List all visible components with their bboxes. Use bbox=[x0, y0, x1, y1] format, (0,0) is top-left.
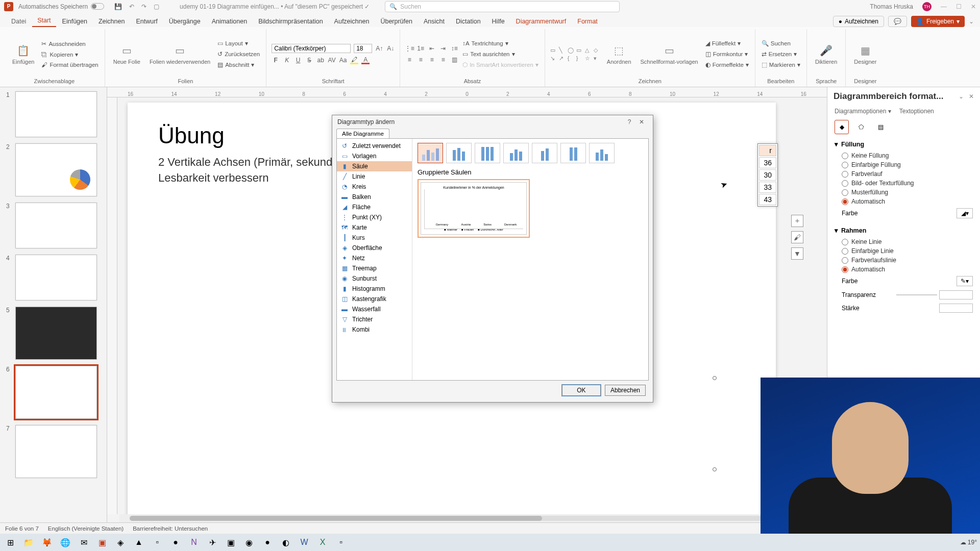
tab-zeichnen[interactable]: Zeichnen bbox=[93, 16, 130, 27]
tab-entwurf[interactable]: Entwurf bbox=[131, 16, 162, 27]
case-icon[interactable]: Aa bbox=[339, 56, 347, 64]
comments-button[interactable]: 💬 bbox=[888, 16, 907, 27]
tab-ueberpruefen[interactable]: Überprüfen bbox=[375, 16, 418, 27]
user-avatar[interactable]: TH bbox=[922, 2, 932, 11]
fill-solid[interactable]: Einfarbige Füllung bbox=[835, 160, 973, 169]
subtype-100stacked[interactable] bbox=[475, 143, 500, 163]
justify-icon[interactable]: ≡ bbox=[439, 56, 447, 64]
dialog-close-icon[interactable]: ✕ bbox=[635, 118, 648, 126]
app-icon-7[interactable]: ● bbox=[260, 535, 275, 549]
app-icon-4[interactable]: ● bbox=[168, 535, 183, 549]
smartart-button[interactable]: ⬡ In SmartArt konvertieren ▾ bbox=[461, 60, 540, 69]
cut-button[interactable]: ✂ Ausschneiden bbox=[40, 39, 99, 48]
present-icon[interactable]: ▢ bbox=[154, 3, 159, 10]
bold-icon[interactable]: F bbox=[272, 56, 280, 64]
chart-data-table[interactable]: r 36 30 33 43 bbox=[757, 143, 778, 207]
new-slide-button[interactable]: ▭Neue Folie bbox=[110, 41, 143, 67]
firefox-icon[interactable]: 🦊 bbox=[40, 535, 54, 549]
thumbnail-3[interactable] bbox=[15, 203, 97, 248]
line-none[interactable]: Keine Linie bbox=[835, 237, 973, 246]
chart-options-tab[interactable]: Diagrammoptionen ▾ bbox=[835, 108, 891, 115]
shadow-icon[interactable]: ab bbox=[316, 56, 325, 64]
app-icon-8[interactable]: ◐ bbox=[279, 535, 293, 549]
app-icon-9[interactable]: ▫ bbox=[334, 535, 348, 549]
subtype-clustered[interactable] bbox=[418, 143, 443, 163]
font-select[interactable] bbox=[272, 44, 351, 53]
telegram-icon[interactable]: ✈ bbox=[205, 535, 219, 549]
chart-styles-icon[interactable]: 🖌 bbox=[791, 231, 803, 243]
text-direction-button[interactable]: ↕A Textrichtung ▾ bbox=[461, 39, 540, 48]
section-button[interactable]: ▤ Abschnitt ▾ bbox=[216, 60, 261, 69]
underline-icon[interactable]: U bbox=[294, 56, 302, 64]
app-icon-3[interactable]: ▫ bbox=[150, 535, 164, 549]
word-icon[interactable]: W bbox=[297, 535, 311, 549]
reuse-slides-button[interactable]: ▭Folien wiederverwenden bbox=[146, 41, 213, 67]
font-size-input[interactable] bbox=[354, 44, 372, 53]
columns-icon[interactable]: ▥ bbox=[450, 56, 458, 64]
italic-icon[interactable]: K bbox=[283, 56, 291, 64]
copy-button[interactable]: ⿻ Kopieren ▾ bbox=[40, 50, 99, 59]
record-button[interactable]: ● Aufzeichnen bbox=[833, 16, 884, 27]
tab-start[interactable]: Start bbox=[32, 15, 56, 27]
type-recent[interactable]: ↺Zuletzt verwendet bbox=[337, 141, 412, 151]
type-funnel[interactable]: ▽Trichter bbox=[337, 314, 412, 324]
highlight-icon[interactable]: 🖍 bbox=[350, 56, 358, 64]
type-xy[interactable]: ⋮Punkt (XY) bbox=[337, 212, 412, 222]
weather-icon[interactable]: ☁ 19° bbox=[960, 539, 977, 546]
type-box[interactable]: ◫Kastengrafik bbox=[337, 294, 412, 304]
type-bar[interactable]: ▬Balken bbox=[337, 192, 412, 202]
tab-ansicht[interactable]: Ansicht bbox=[419, 16, 450, 27]
chart-filter-icon[interactable]: ▼ bbox=[791, 247, 803, 260]
type-pie[interactable]: ◔Kreis bbox=[337, 182, 412, 192]
save-icon[interactable]: 💾 bbox=[114, 3, 122, 10]
thumbnail-1[interactable] bbox=[15, 91, 97, 137]
app-icon-2[interactable]: ▲ bbox=[132, 535, 146, 549]
thumbnail-2[interactable] bbox=[15, 143, 97, 196]
tab-einfuegen[interactable]: Einfügen bbox=[57, 16, 92, 27]
search-input[interactable]: 🔍 Suchen bbox=[385, 1, 620, 12]
select-button[interactable]: ⬚ Markieren ▾ bbox=[761, 60, 801, 69]
reset-button[interactable]: ↺ Zurücksetzen bbox=[216, 49, 261, 59]
line-solid[interactable]: Einfarbige Linie bbox=[835, 246, 973, 256]
slide-counter[interactable]: Folie 6 von 7 bbox=[5, 525, 39, 532]
fill-picture[interactable]: Bild- oder Texturfüllung bbox=[835, 179, 973, 188]
app-icon-6[interactable]: ◉ bbox=[242, 535, 256, 549]
thumbnail-7[interactable] bbox=[15, 425, 97, 478]
font-color-icon[interactable]: A bbox=[361, 56, 370, 64]
autosave-toggle[interactable] bbox=[91, 3, 104, 10]
line-gradient[interactable]: Farbverlaufslinie bbox=[835, 256, 973, 265]
type-stock[interactable]: ┃Kurs bbox=[337, 233, 412, 243]
paste-button[interactable]: 📋Einfügen bbox=[9, 41, 37, 67]
line-auto[interactable]: Automatisch bbox=[835, 265, 973, 274]
indent-left-icon[interactable]: ⇤ bbox=[428, 44, 436, 53]
dialog-help-icon[interactable]: ? bbox=[623, 118, 635, 126]
size-props-icon[interactable]: ▤ bbox=[873, 120, 888, 134]
window-close-icon[interactable]: ✕ bbox=[971, 3, 976, 10]
subtype-3d-stacked[interactable] bbox=[532, 143, 557, 163]
type-surface[interactable]: ◈Oberfläche bbox=[337, 243, 412, 253]
tab-diagrammentwurf[interactable]: Diagrammentwurf bbox=[511, 16, 572, 27]
effects-icon[interactable]: ⬠ bbox=[854, 120, 868, 134]
type-radar[interactable]: ✦Netz bbox=[337, 253, 412, 263]
find-button[interactable]: 🔍 Suchen bbox=[761, 39, 801, 48]
type-treemap[interactable]: ▦Treemap bbox=[337, 263, 412, 273]
chrome-icon[interactable]: 🌐 bbox=[58, 535, 72, 549]
align-center-icon[interactable]: ≡ bbox=[416, 56, 425, 64]
subtype-3d-100[interactable] bbox=[560, 143, 586, 163]
horizontal-scrollbar[interactable] bbox=[119, 514, 827, 522]
transparency-input[interactable] bbox=[939, 290, 973, 299]
type-templates[interactable]: ▭Vorlagen bbox=[337, 151, 412, 161]
tab-hilfe[interactable]: Hilfe bbox=[487, 16, 510, 27]
line-color-picker[interactable]: ✎▾ bbox=[957, 276, 973, 286]
dictate-button[interactable]: 🎤Diktieren bbox=[812, 41, 840, 67]
explorer-icon[interactable]: 📁 bbox=[21, 535, 36, 549]
align-text-button[interactable]: ▭ Text ausrichten ▾ bbox=[461, 49, 540, 59]
excel-icon[interactable]: X bbox=[315, 535, 330, 549]
tab-uebergaenge[interactable]: Übergänge bbox=[164, 16, 206, 27]
accessibility-status[interactable]: Barrierefreiheit: Untersuchen bbox=[133, 525, 208, 532]
border-section-header[interactable]: ▾ Rahmen bbox=[835, 227, 973, 234]
arrange-button[interactable]: ⬚Anordnen bbox=[604, 41, 634, 67]
thumbnail-4[interactable] bbox=[15, 255, 97, 300]
fill-gradient[interactable]: Farbverlauf bbox=[835, 169, 973, 179]
powerpoint-icon[interactable]: ▣ bbox=[95, 535, 109, 549]
